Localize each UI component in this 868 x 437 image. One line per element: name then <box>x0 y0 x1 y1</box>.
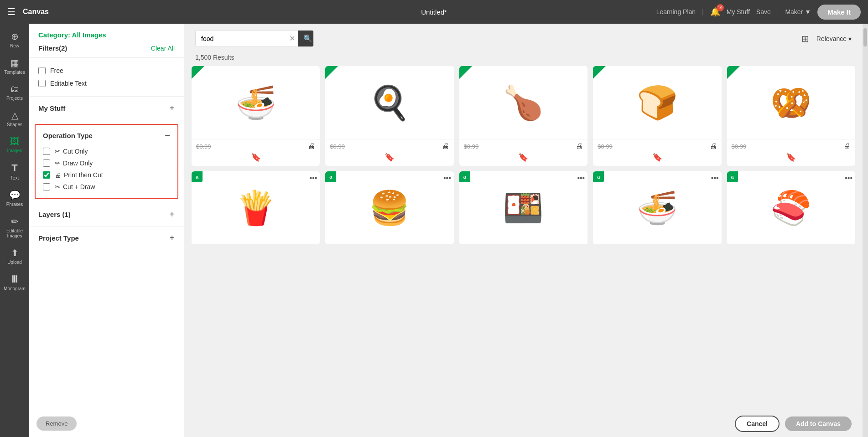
layers-section: Layers (1) + <box>29 203 184 226</box>
sidebar-item-projects[interactable]: 🗂 Projects <box>0 80 29 104</box>
upload-icon: ⬆ <box>11 247 19 258</box>
image-card-8[interactable]: a ••• 🍱 <box>459 171 587 244</box>
bookmark-button-2[interactable]: 🔖 <box>385 152 395 162</box>
sidebar-item-editable-images[interactable]: ✏ Editable Images <box>0 212 29 242</box>
image-card-4[interactable]: 🍞 $0.99 🖨 🔖 <box>593 66 721 166</box>
bookmark-button-3[interactable]: 🔖 <box>518 152 528 162</box>
sort-label: Relevance <box>816 35 847 42</box>
sort-dropdown-button[interactable]: Relevance ▾ <box>816 35 852 42</box>
draw-only-text: Draw Only <box>63 159 93 167</box>
search-submit-button[interactable]: 🔍 <box>298 31 314 46</box>
card-bookmark-row-4: 🔖 <box>598 152 717 162</box>
food-image-8: 🍱 <box>503 191 544 224</box>
notifications-button[interactable]: 🔔 19 <box>710 7 720 17</box>
image-card-9[interactable]: a ••• 🍜 <box>593 171 721 244</box>
search-clear-button[interactable]: ✕ <box>286 34 298 43</box>
a-badge-7: a <box>325 171 336 182</box>
my-stuff-title: My Stuff <box>38 104 65 112</box>
green-triangle-badge-3 <box>459 66 472 79</box>
phrases-icon: 💬 <box>9 190 21 201</box>
image-card-1[interactable]: 🍜 $0.99 🖨 🔖 <box>192 66 320 166</box>
card-image-area-3: 🍗 <box>459 66 587 139</box>
bookmark-button-1[interactable]: 🔖 <box>251 152 261 162</box>
card-price-4: $0.99 <box>598 143 613 150</box>
sidebar-item-new[interactable]: ⊕ New <box>0 27 29 52</box>
search-input[interactable] <box>196 31 286 46</box>
print-then-cut-checkbox[interactable] <box>43 171 50 179</box>
print-then-cut-label[interactable]: 🖨 Print then Cut <box>55 171 103 179</box>
results-count: 1,500 Results <box>195 54 234 61</box>
image-grid-wrapper[interactable]: 🍜 $0.99 🖨 🔖 🍳 <box>184 66 863 410</box>
sidebar-item-upload[interactable]: ⬆ Upload <box>0 244 29 268</box>
bottom-bar: Cancel Add to Canvas <box>184 410 863 437</box>
free-checkbox[interactable] <box>38 67 46 74</box>
free-label[interactable]: Free <box>50 67 63 74</box>
my-stuff-link[interactable]: My Stuff <box>727 8 750 15</box>
image-card-2[interactable]: 🍳 $0.99 🖨 🔖 <box>325 66 453 166</box>
scrollbar-thumb[interactable] <box>863 28 867 46</box>
image-card-5[interactable]: 🥨 $0.99 🖨 🔖 <box>727 66 855 166</box>
clear-all-button[interactable]: Clear All <box>151 45 175 52</box>
shapes-icon: △ <box>11 110 18 121</box>
project-type-section: Project Type + <box>29 226 184 250</box>
save-link[interactable]: Save <box>756 8 771 15</box>
sidebar-item-phrases[interactable]: 💬 Phrases <box>0 186 29 211</box>
draw-only-label[interactable]: ✏ Draw Only <box>55 159 93 167</box>
draw-only-checkbox[interactable] <box>43 159 50 167</box>
image-card-3[interactable]: 🍗 $0.99 🖨 🔖 <box>459 66 587 166</box>
card-info-3: $0.99 🖨 🔖 <box>459 139 587 166</box>
filters-row: Filters(2) Clear All <box>38 44 175 52</box>
right-scrollbar[interactable] <box>863 24 868 437</box>
card-menu-button-10[interactable]: ••• <box>845 174 852 182</box>
add-to-canvas-button[interactable]: Add to Canvas <box>785 416 852 431</box>
sidebar-item-templates[interactable]: ▦ Templates <box>0 54 29 78</box>
layers-expand-button[interactable]: + <box>169 209 175 220</box>
card-menu-button-9[interactable]: ••• <box>711 174 719 182</box>
cut-draw-label[interactable]: ✂ Cut + Draw <box>55 183 95 190</box>
content-toolbar: ✕ 🔍 ⊞ Relevance ▾ <box>184 24 863 51</box>
new-label: New <box>10 43 19 48</box>
cancel-button[interactable]: Cancel <box>735 416 780 432</box>
toolbar-right: ⊞ Relevance ▾ <box>801 33 852 44</box>
food-image-9: 🍜 <box>637 191 678 224</box>
print-then-cut-text: Print then Cut <box>64 171 103 179</box>
text-label: Text <box>10 175 19 180</box>
editable-text-label[interactable]: Editable Text <box>50 80 87 87</box>
project-type-expand-button[interactable]: + <box>169 233 175 243</box>
filter-free-section: Free Editable Text <box>29 58 184 97</box>
grid-view-button[interactable]: ⊞ <box>801 33 809 44</box>
cut-only-label[interactable]: ✂ Cut Only <box>55 148 88 155</box>
cut-draw-checkbox[interactable] <box>43 183 50 190</box>
card-image-area-9: a ••• 🍜 <box>593 171 721 244</box>
card-price-row-2: $0.99 🖨 <box>330 142 449 150</box>
image-card-7[interactable]: a ••• 🍔 <box>325 171 453 244</box>
card-menu-button-7[interactable]: ••• <box>443 174 451 182</box>
sidebar-item-text[interactable]: T Text <box>0 159 29 184</box>
operation-type-collapse-button[interactable]: − <box>165 130 170 141</box>
card-menu-button-6[interactable]: ••• <box>310 174 317 182</box>
editable-text-checkbox[interactable] <box>38 80 46 87</box>
templates-label: Templates <box>4 70 25 75</box>
sidebar-item-monogram[interactable]: Ⅲ Monogram <box>0 270 29 295</box>
image-card-6[interactable]: a ••• 🍟 <box>192 171 320 244</box>
my-stuff-expand-button[interactable]: + <box>169 103 175 113</box>
cut-only-checkbox[interactable] <box>43 148 50 155</box>
maker-dropdown[interactable]: Maker ▼ <box>785 8 811 15</box>
shapes-label: Shapes <box>7 122 22 127</box>
card-image-area-1: 🍜 <box>192 66 320 139</box>
card-price-2: $0.99 <box>330 143 345 150</box>
op-type-header: Operation Type − <box>43 130 170 141</box>
learning-plan-link[interactable]: Learning Plan <box>656 8 696 15</box>
card-price-1: $0.99 <box>196 143 211 150</box>
card-menu-button-8[interactable]: ••• <box>577 174 585 182</box>
remove-button[interactable]: Remove <box>36 416 77 431</box>
food-image-1: 🍜 <box>235 86 276 119</box>
bookmark-button-5[interactable]: 🔖 <box>786 152 796 162</box>
bookmark-button-4[interactable]: 🔖 <box>652 152 662 162</box>
make-it-button[interactable]: Make It <box>817 5 861 20</box>
menu-icon[interactable]: ☰ <box>7 6 16 17</box>
image-card-10[interactable]: a ••• 🍣 <box>727 171 855 244</box>
sidebar-item-images[interactable]: 🖼 Images <box>0 133 29 157</box>
food-image-2: 🍳 <box>369 86 410 119</box>
sidebar-item-shapes[interactable]: △ Shapes <box>0 106 29 131</box>
